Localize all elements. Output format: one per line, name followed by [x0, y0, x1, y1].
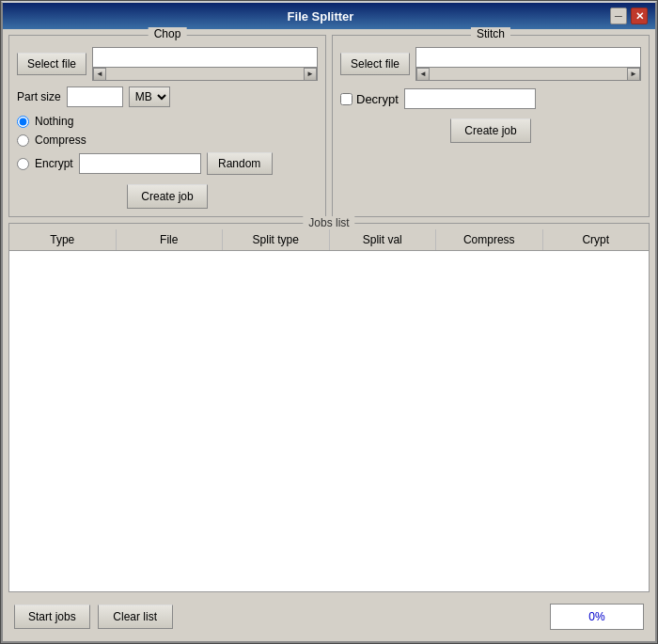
table-body	[9, 251, 649, 591]
chop-radio-group: Nothing Compress Encrypt Random	[17, 115, 318, 175]
progress-display: 0%	[550, 604, 644, 630]
decrypt-input[interactable]	[404, 88, 536, 109]
start-jobs-button[interactable]: Start jobs	[14, 605, 90, 629]
stitch-select-file-button[interactable]: Select file	[340, 53, 410, 75]
stitch-create-job-button[interactable]: Create job	[450, 118, 530, 143]
chop-select-row: Select file ◄ ►	[17, 47, 318, 81]
col-split-val: Split val	[330, 229, 437, 250]
window-title: File Splitter	[31, 9, 610, 24]
main-content: Chop Select file ◄ ► Part siz	[3, 29, 655, 641]
table-header: Type File Split type Split val Compress …	[9, 229, 649, 251]
stitch-scrollbar: ◄ ►	[415, 68, 641, 81]
titlebar-controls: ─ ✕	[610, 8, 648, 24]
stitch-panel: Stitch Select file ◄ ►	[332, 35, 650, 217]
stitch-scroll-left[interactable]: ◄	[416, 68, 430, 81]
compress-label: Compress	[35, 134, 86, 147]
encrypt-radio[interactable]	[17, 158, 29, 170]
encrypt-input[interactable]	[79, 153, 201, 174]
col-type: Type	[9, 229, 117, 250]
decrypt-checkbox-item: Decrypt	[340, 92, 399, 106]
bottom-bar: Start jobs Clear list 0%	[8, 598, 650, 636]
compress-radio[interactable]	[17, 134, 29, 147]
col-file: File	[117, 229, 224, 250]
chop-create-job-row: Create job	[17, 184, 318, 209]
unit-select[interactable]: MB KB GB	[129, 86, 170, 107]
part-size-input[interactable]	[67, 86, 123, 107]
decrypt-checkbox[interactable]	[340, 93, 352, 105]
nothing-label: Nothing	[35, 115, 73, 128]
stitch-select-row: Select file ◄ ►	[340, 47, 641, 81]
chop-scroll-left[interactable]: ◄	[93, 68, 106, 81]
stitch-legend: Stitch	[471, 27, 510, 40]
chop-legend: Chop	[149, 27, 187, 40]
decrypt-row: Decrypt	[340, 88, 641, 109]
part-size-row: Part size MB KB GB	[17, 86, 318, 107]
random-button[interactable]: Random	[207, 152, 273, 175]
chop-scrollbar: ◄ ►	[92, 68, 318, 81]
decrypt-label: Decrypt	[356, 92, 399, 106]
chop-scroll-track	[106, 68, 304, 80]
titlebar: File Splitter ─ ✕	[3, 3, 655, 29]
stitch-create-job-row: Create job	[340, 118, 641, 143]
stitch-file-input[interactable]	[415, 47, 641, 68]
minimize-button[interactable]: ─	[610, 8, 627, 24]
stitch-scroll-track	[430, 68, 627, 80]
clear-list-button[interactable]: Clear list	[98, 605, 173, 629]
main-window: File Splitter ─ ✕ Chop Select file	[1, 1, 657, 643]
encrypt-radio-item: Encrypt Random	[17, 152, 318, 175]
compress-radio-item: Compress	[17, 134, 318, 147]
encrypt-label: Encrypt	[35, 157, 73, 170]
close-button[interactable]: ✕	[631, 8, 648, 24]
jobs-list-legend: Jobs list	[303, 216, 354, 229]
top-panels: Chop Select file ◄ ► Part siz	[8, 35, 650, 217]
progress-value: 0%	[588, 610, 604, 623]
chop-select-file-button[interactable]: Select file	[17, 53, 86, 75]
nothing-radio[interactable]	[17, 116, 29, 128]
chop-file-input[interactable]	[92, 47, 318, 68]
chop-file-field-container: ◄ ►	[92, 47, 318, 81]
col-crypt: Crypt	[543, 229, 650, 250]
jobs-list-section: Jobs list Type File Split type Split val…	[8, 223, 650, 592]
stitch-scroll-right[interactable]: ►	[627, 68, 640, 81]
col-compress: Compress	[436, 229, 543, 250]
part-size-label: Part size	[17, 90, 61, 103]
nothing-radio-item: Nothing	[17, 115, 318, 128]
chop-panel: Chop Select file ◄ ► Part siz	[8, 35, 326, 217]
chop-create-job-button[interactable]: Create job	[127, 184, 207, 209]
stitch-file-field-container: ◄ ►	[415, 47, 641, 81]
col-split-type: Split type	[223, 229, 330, 250]
chop-scroll-right[interactable]: ►	[304, 68, 317, 81]
